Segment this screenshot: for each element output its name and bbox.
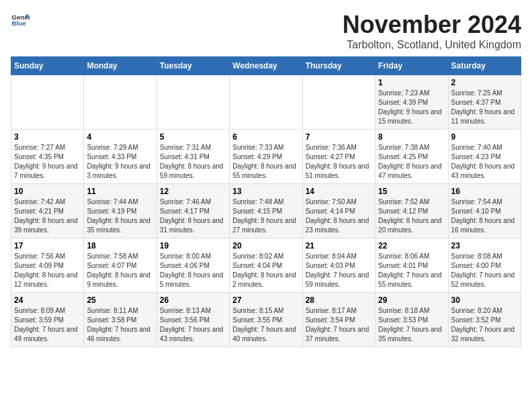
day-number: 27 (232, 295, 299, 305)
day-info: Sunrise: 8:04 AM Sunset: 4:03 PM Dayligh… (306, 252, 372, 289)
day-info: Sunrise: 7:42 AM Sunset: 4:21 PM Dayligh… (14, 197, 81, 235)
day-info: Sunrise: 7:40 AM Sunset: 4:23 PM Dayligh… (451, 143, 518, 181)
day-info: Sunrise: 8:15 AM Sunset: 3:55 PM Dayligh… (232, 306, 299, 344)
day-cell: 1Sunrise: 7:23 AM Sunset: 4:39 PM Daylig… (375, 75, 448, 130)
subtitle: Tarbolton, Scotland, United Kingdom (343, 39, 521, 51)
day-cell (302, 75, 375, 130)
day-number: 6 (232, 132, 299, 142)
day-cell: 29Sunrise: 8:18 AM Sunset: 3:53 PM Dayli… (375, 293, 448, 347)
day-cell: 14Sunrise: 7:50 AM Sunset: 4:14 PM Dayli… (302, 184, 375, 238)
day-number: 25 (87, 295, 153, 305)
day-info: Sunrise: 8:02 AM Sunset: 4:04 PM Dayligh… (232, 252, 299, 289)
day-cell: 19Sunrise: 8:00 AM Sunset: 4:06 PM Dayli… (157, 238, 229, 293)
day-info: Sunrise: 7:46 AM Sunset: 4:17 PM Dayligh… (160, 197, 226, 235)
day-cell (84, 75, 157, 130)
day-cell: 13Sunrise: 7:48 AM Sunset: 4:15 PM Dayli… (230, 184, 302, 238)
day-cell (11, 75, 84, 130)
col-header-thursday: Thursday (302, 57, 375, 75)
day-number: 29 (378, 295, 445, 305)
day-cell: 16Sunrise: 7:54 AM Sunset: 4:10 PM Dayli… (448, 184, 521, 238)
day-cell: 4Sunrise: 7:29 AM Sunset: 4:33 PM Daylig… (84, 130, 157, 184)
day-cell: 8Sunrise: 7:38 AM Sunset: 4:25 PM Daylig… (375, 130, 448, 184)
day-number: 4 (87, 132, 153, 142)
day-info: Sunrise: 7:36 AM Sunset: 4:27 PM Dayligh… (306, 143, 372, 181)
day-cell: 26Sunrise: 8:13 AM Sunset: 3:56 PM Dayli… (157, 293, 229, 347)
day-number: 18 (87, 241, 153, 250)
day-cell: 23Sunrise: 8:08 AM Sunset: 4:00 PM Dayli… (448, 238, 521, 293)
logo-icon: General Blue (11, 11, 30, 30)
day-info: Sunrise: 7:23 AM Sunset: 4:39 PM Dayligh… (378, 89, 445, 126)
day-cell: 27Sunrise: 8:15 AM Sunset: 3:55 PM Dayli… (230, 293, 302, 347)
day-number: 10 (14, 187, 81, 196)
main-title: November 2024 (343, 11, 521, 39)
col-header-wednesday: Wednesday (230, 57, 302, 75)
day-info: Sunrise: 7:56 AM Sunset: 4:09 PM Dayligh… (14, 252, 81, 289)
day-info: Sunrise: 8:09 AM Sunset: 3:59 PM Dayligh… (14, 306, 81, 344)
day-cell: 11Sunrise: 7:44 AM Sunset: 4:19 PM Dayli… (84, 184, 157, 238)
day-cell: 2Sunrise: 7:25 AM Sunset: 4:37 PM Daylig… (448, 75, 521, 130)
day-number: 11 (87, 187, 153, 196)
day-cell: 17Sunrise: 7:56 AM Sunset: 4:09 PM Dayli… (11, 238, 84, 293)
day-cell: 10Sunrise: 7:42 AM Sunset: 4:21 PM Dayli… (11, 184, 84, 238)
day-number: 17 (14, 241, 81, 250)
week-row-3: 10Sunrise: 7:42 AM Sunset: 4:21 PM Dayli… (11, 184, 521, 238)
day-cell: 20Sunrise: 8:02 AM Sunset: 4:04 PM Dayli… (230, 238, 302, 293)
header: General Blue November 2024 Tarbolton, Sc… (11, 11, 521, 51)
day-number: 1 (378, 78, 445, 87)
day-cell: 5Sunrise: 7:31 AM Sunset: 4:31 PM Daylig… (157, 130, 229, 184)
day-number: 26 (160, 295, 226, 305)
day-cell: 6Sunrise: 7:33 AM Sunset: 4:29 PM Daylig… (230, 130, 302, 184)
day-number: 21 (306, 241, 372, 250)
col-header-saturday: Saturday (448, 57, 521, 75)
day-info: Sunrise: 7:29 AM Sunset: 4:33 PM Dayligh… (87, 143, 153, 181)
day-number: 24 (14, 295, 81, 305)
col-header-monday: Monday (84, 57, 157, 75)
day-cell: 28Sunrise: 8:17 AM Sunset: 3:54 PM Dayli… (302, 293, 375, 347)
week-row-5: 24Sunrise: 8:09 AM Sunset: 3:59 PM Dayli… (11, 293, 521, 347)
day-number: 5 (160, 132, 226, 142)
day-number: 30 (451, 295, 518, 305)
day-info: Sunrise: 8:11 AM Sunset: 3:58 PM Dayligh… (87, 306, 153, 344)
day-cell (157, 75, 229, 130)
day-number: 8 (378, 132, 445, 142)
day-info: Sunrise: 7:27 AM Sunset: 4:35 PM Dayligh… (14, 143, 81, 181)
calendar-table: SundayMondayTuesdayWednesdayThursdayFrid… (11, 56, 521, 347)
day-info: Sunrise: 7:38 AM Sunset: 4:25 PM Dayligh… (378, 143, 445, 181)
week-row-2: 3Sunrise: 7:27 AM Sunset: 4:35 PM Daylig… (11, 130, 521, 184)
day-cell: 12Sunrise: 7:46 AM Sunset: 4:17 PM Dayli… (157, 184, 229, 238)
week-row-4: 17Sunrise: 7:56 AM Sunset: 4:09 PM Dayli… (11, 238, 521, 293)
day-number: 15 (378, 187, 445, 196)
day-cell: 22Sunrise: 8:06 AM Sunset: 4:01 PM Dayli… (375, 238, 448, 293)
day-number: 16 (451, 187, 518, 196)
day-cell: 9Sunrise: 7:40 AM Sunset: 4:23 PM Daylig… (448, 130, 521, 184)
day-cell: 15Sunrise: 7:52 AM Sunset: 4:12 PM Dayli… (375, 184, 448, 238)
logo: General Blue (11, 11, 30, 30)
title-area: November 2024 Tarbolton, Scotland, Unite… (343, 11, 521, 51)
week-row-1: 1Sunrise: 7:23 AM Sunset: 4:39 PM Daylig… (11, 75, 521, 130)
day-number: 20 (232, 241, 299, 250)
day-info: Sunrise: 7:31 AM Sunset: 4:31 PM Dayligh… (160, 143, 226, 181)
day-info: Sunrise: 8:18 AM Sunset: 3:53 PM Dayligh… (378, 306, 445, 344)
day-info: Sunrise: 7:48 AM Sunset: 4:15 PM Dayligh… (232, 197, 299, 235)
day-number: 13 (232, 187, 299, 196)
day-cell: 21Sunrise: 8:04 AM Sunset: 4:03 PM Dayli… (302, 238, 375, 293)
day-info: Sunrise: 7:54 AM Sunset: 4:10 PM Dayligh… (451, 197, 518, 235)
day-number: 2 (451, 78, 518, 87)
day-number: 9 (451, 132, 518, 142)
day-number: 12 (160, 187, 226, 196)
day-number: 7 (306, 132, 372, 142)
day-info: Sunrise: 7:44 AM Sunset: 4:19 PM Dayligh… (87, 197, 153, 235)
day-info: Sunrise: 8:13 AM Sunset: 3:56 PM Dayligh… (160, 306, 226, 344)
day-cell: 24Sunrise: 8:09 AM Sunset: 3:59 PM Dayli… (11, 293, 84, 347)
day-number: 23 (451, 241, 518, 250)
day-info: Sunrise: 7:33 AM Sunset: 4:29 PM Dayligh… (232, 143, 299, 181)
svg-text:Blue: Blue (11, 19, 26, 27)
day-number: 28 (306, 295, 372, 305)
day-cell: 25Sunrise: 8:11 AM Sunset: 3:58 PM Dayli… (84, 293, 157, 347)
day-info: Sunrise: 7:58 AM Sunset: 4:07 PM Dayligh… (87, 252, 153, 289)
day-number: 19 (160, 241, 226, 250)
day-info: Sunrise: 8:17 AM Sunset: 3:54 PM Dayligh… (306, 306, 372, 344)
day-info: Sunrise: 8:06 AM Sunset: 4:01 PM Dayligh… (378, 252, 445, 289)
day-info: Sunrise: 8:00 AM Sunset: 4:06 PM Dayligh… (160, 252, 226, 289)
col-header-sunday: Sunday (11, 57, 84, 75)
